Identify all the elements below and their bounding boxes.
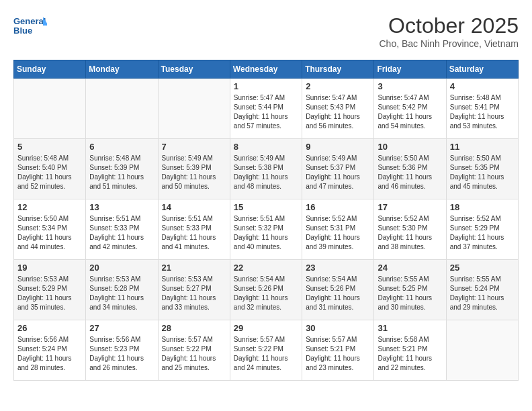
calendar-week-1: 1Sunrise: 5:47 AM Sunset: 5:44 PM Daylig… bbox=[14, 79, 519, 139]
col-tuesday: Tuesday bbox=[158, 60, 230, 79]
day-number: 22 bbox=[234, 263, 298, 273]
day-number: 14 bbox=[162, 202, 226, 212]
day-info: Sunrise: 5:48 AM Sunset: 5:40 PM Dayligh… bbox=[17, 154, 82, 191]
day-number: 30 bbox=[306, 323, 370, 333]
table-row: 21Sunrise: 5:53 AM Sunset: 5:27 PM Dayli… bbox=[158, 260, 230, 320]
day-info: Sunrise: 5:47 AM Sunset: 5:42 PM Dayligh… bbox=[378, 93, 442, 131]
table-row: 2Sunrise: 5:47 AM Sunset: 5:43 PM Daylig… bbox=[302, 79, 374, 139]
table-row: 27Sunrise: 5:56 AM Sunset: 5:23 PM Dayli… bbox=[86, 320, 158, 381]
day-number: 3 bbox=[378, 81, 442, 91]
day-number: 25 bbox=[450, 263, 515, 273]
day-info: Sunrise: 5:49 AM Sunset: 5:39 PM Dayligh… bbox=[162, 154, 226, 191]
day-info: Sunrise: 5:57 AM Sunset: 5:22 PM Dayligh… bbox=[234, 335, 298, 373]
table-row bbox=[86, 79, 158, 139]
day-info: Sunrise: 5:50 AM Sunset: 5:35 PM Dayligh… bbox=[450, 154, 515, 191]
day-info: Sunrise: 5:55 AM Sunset: 5:24 PM Dayligh… bbox=[450, 275, 515, 312]
day-number: 2 bbox=[306, 81, 370, 91]
svg-text:General: General bbox=[13, 16, 46, 26]
page-header: General Blue October 2025 Cho, Bac Ninh … bbox=[13, 13, 519, 49]
table-row: 13Sunrise: 5:51 AM Sunset: 5:33 PM Dayli… bbox=[86, 199, 158, 260]
table-row bbox=[14, 79, 86, 139]
col-friday: Friday bbox=[374, 60, 446, 79]
calendar-week-5: 26Sunrise: 5:56 AM Sunset: 5:24 PM Dayli… bbox=[14, 320, 519, 381]
day-number: 24 bbox=[378, 263, 442, 273]
day-info: Sunrise: 5:50 AM Sunset: 5:34 PM Dayligh… bbox=[17, 214, 82, 252]
day-number: 4 bbox=[450, 81, 515, 91]
table-row: 23Sunrise: 5:54 AM Sunset: 5:26 PM Dayli… bbox=[302, 260, 374, 320]
col-thursday: Thursday bbox=[302, 60, 374, 79]
table-row: 18Sunrise: 5:52 AM Sunset: 5:29 PM Dayli… bbox=[446, 199, 518, 260]
day-number: 11 bbox=[450, 142, 515, 152]
day-number: 27 bbox=[89, 323, 154, 333]
day-info: Sunrise: 5:54 AM Sunset: 5:26 PM Dayligh… bbox=[234, 275, 298, 312]
table-row: 8Sunrise: 5:49 AM Sunset: 5:38 PM Daylig… bbox=[230, 139, 302, 199]
title-area: October 2025 Cho, Bac Ninh Province, Vie… bbox=[379, 13, 519, 49]
day-info: Sunrise: 5:52 AM Sunset: 5:30 PM Dayligh… bbox=[378, 214, 442, 252]
day-number: 15 bbox=[234, 202, 298, 212]
day-number: 31 bbox=[378, 323, 442, 333]
table-row: 20Sunrise: 5:53 AM Sunset: 5:28 PM Dayli… bbox=[86, 260, 158, 320]
day-number: 28 bbox=[162, 323, 226, 333]
day-number: 8 bbox=[234, 142, 298, 152]
table-row bbox=[158, 79, 230, 139]
day-info: Sunrise: 5:52 AM Sunset: 5:29 PM Dayligh… bbox=[450, 214, 515, 252]
table-row: 3Sunrise: 5:47 AM Sunset: 5:42 PM Daylig… bbox=[374, 79, 446, 139]
table-row: 11Sunrise: 5:50 AM Sunset: 5:35 PM Dayli… bbox=[446, 139, 518, 199]
table-row: 17Sunrise: 5:52 AM Sunset: 5:30 PM Dayli… bbox=[374, 199, 446, 260]
day-number: 29 bbox=[234, 323, 298, 333]
day-number: 21 bbox=[162, 263, 226, 273]
day-number: 16 bbox=[306, 202, 370, 212]
table-row: 28Sunrise: 5:57 AM Sunset: 5:22 PM Dayli… bbox=[158, 320, 230, 381]
calendar-table: Sunday Monday Tuesday Wednesday Thursday… bbox=[13, 60, 519, 381]
table-row: 15Sunrise: 5:51 AM Sunset: 5:32 PM Dayli… bbox=[230, 199, 302, 260]
table-row: 6Sunrise: 5:48 AM Sunset: 5:39 PM Daylig… bbox=[86, 139, 158, 199]
day-info: Sunrise: 5:47 AM Sunset: 5:43 PM Dayligh… bbox=[306, 93, 370, 131]
table-row bbox=[446, 320, 518, 381]
day-number: 17 bbox=[378, 202, 442, 212]
day-info: Sunrise: 5:52 AM Sunset: 5:31 PM Dayligh… bbox=[306, 214, 370, 252]
day-number: 12 bbox=[17, 202, 82, 212]
location-subtitle: Cho, Bac Ninh Province, Vietnam bbox=[379, 38, 519, 49]
day-info: Sunrise: 5:48 AM Sunset: 5:39 PM Dayligh… bbox=[89, 154, 154, 191]
table-row: 9Sunrise: 5:49 AM Sunset: 5:37 PM Daylig… bbox=[302, 139, 374, 199]
calendar-week-2: 5Sunrise: 5:48 AM Sunset: 5:40 PM Daylig… bbox=[14, 139, 519, 199]
calendar-week-4: 19Sunrise: 5:53 AM Sunset: 5:29 PM Dayli… bbox=[14, 260, 519, 320]
day-number: 13 bbox=[89, 202, 154, 212]
table-row: 29Sunrise: 5:57 AM Sunset: 5:22 PM Dayli… bbox=[230, 320, 302, 381]
day-info: Sunrise: 5:53 AM Sunset: 5:27 PM Dayligh… bbox=[162, 275, 226, 312]
table-row: 14Sunrise: 5:51 AM Sunset: 5:33 PM Dayli… bbox=[158, 199, 230, 260]
table-row: 12Sunrise: 5:50 AM Sunset: 5:34 PM Dayli… bbox=[14, 199, 86, 260]
day-number: 5 bbox=[17, 142, 82, 152]
table-row: 5Sunrise: 5:48 AM Sunset: 5:40 PM Daylig… bbox=[14, 139, 86, 199]
table-row: 22Sunrise: 5:54 AM Sunset: 5:26 PM Dayli… bbox=[230, 260, 302, 320]
day-number: 20 bbox=[89, 263, 154, 273]
logo: General Blue bbox=[13, 13, 47, 40]
col-saturday: Saturday bbox=[446, 60, 518, 79]
day-info: Sunrise: 5:57 AM Sunset: 5:22 PM Dayligh… bbox=[162, 335, 226, 373]
day-info: Sunrise: 5:56 AM Sunset: 5:23 PM Dayligh… bbox=[89, 335, 154, 373]
day-info: Sunrise: 5:51 AM Sunset: 5:32 PM Dayligh… bbox=[234, 214, 298, 252]
day-info: Sunrise: 5:54 AM Sunset: 5:26 PM Dayligh… bbox=[306, 275, 370, 312]
day-number: 26 bbox=[17, 323, 82, 333]
col-sunday: Sunday bbox=[14, 60, 86, 79]
logo-svg: General Blue bbox=[13, 13, 47, 40]
day-info: Sunrise: 5:47 AM Sunset: 5:44 PM Dayligh… bbox=[234, 93, 298, 131]
col-monday: Monday bbox=[86, 60, 158, 79]
day-number: 18 bbox=[450, 202, 515, 212]
calendar-week-3: 12Sunrise: 5:50 AM Sunset: 5:34 PM Dayli… bbox=[14, 199, 519, 260]
table-row: 24Sunrise: 5:55 AM Sunset: 5:25 PM Dayli… bbox=[374, 260, 446, 320]
day-info: Sunrise: 5:55 AM Sunset: 5:25 PM Dayligh… bbox=[378, 275, 442, 312]
day-info: Sunrise: 5:51 AM Sunset: 5:33 PM Dayligh… bbox=[89, 214, 154, 252]
table-row: 16Sunrise: 5:52 AM Sunset: 5:31 PM Dayli… bbox=[302, 199, 374, 260]
day-info: Sunrise: 5:49 AM Sunset: 5:37 PM Dayligh… bbox=[306, 154, 370, 191]
table-row: 30Sunrise: 5:57 AM Sunset: 5:21 PM Dayli… bbox=[302, 320, 374, 381]
day-info: Sunrise: 5:53 AM Sunset: 5:29 PM Dayligh… bbox=[17, 275, 82, 312]
day-number: 7 bbox=[162, 142, 226, 152]
table-row: 26Sunrise: 5:56 AM Sunset: 5:24 PM Dayli… bbox=[14, 320, 86, 381]
day-number: 10 bbox=[378, 142, 442, 152]
day-number: 9 bbox=[306, 142, 370, 152]
day-number: 1 bbox=[234, 81, 298, 91]
table-row: 7Sunrise: 5:49 AM Sunset: 5:39 PM Daylig… bbox=[158, 139, 230, 199]
day-info: Sunrise: 5:48 AM Sunset: 5:41 PM Dayligh… bbox=[450, 93, 515, 131]
day-number: 6 bbox=[89, 142, 154, 152]
